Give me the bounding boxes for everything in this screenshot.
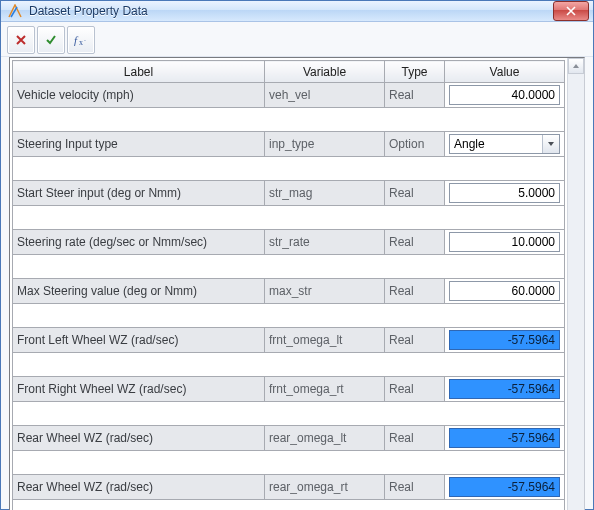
value-input[interactable]: -57.5964 <box>449 379 560 399</box>
label-cell: Steering rate (deg/sec or Nmm/sec) <box>13 230 265 255</box>
variable-cell: str_rate <box>265 230 385 255</box>
label-cell: Rear Wheel WZ (rad/sec) <box>13 475 265 500</box>
dialog-window: Dataset Property Data f x . <box>0 0 594 510</box>
header-label[interactable]: Label <box>13 61 265 83</box>
svg-text:.: . <box>84 35 86 42</box>
value-cell[interactable]: -57.5964 <box>445 328 565 353</box>
label-cell: Front Right Wheel WZ (rad/sec) <box>13 377 265 402</box>
expression-button[interactable]: f x . <box>67 26 95 54</box>
window-title: Dataset Property Data <box>29 4 553 18</box>
value-input[interactable]: 5.0000 <box>449 183 560 203</box>
value-cell[interactable]: 60.0000 <box>445 279 565 304</box>
type-cell: Real <box>385 279 445 304</box>
client-area: Label Variable Type Value Vehicle veloci… <box>1 57 593 510</box>
table-container: Label Variable Type Value Vehicle veloci… <box>9 57 585 510</box>
type-cell: Real <box>385 475 445 500</box>
row-spacer <box>13 353 565 377</box>
scroll-up-button[interactable] <box>568 58 584 74</box>
value-input[interactable]: 60.0000 <box>449 281 560 301</box>
row-spacer <box>13 451 565 475</box>
cancel-button[interactable] <box>7 26 35 54</box>
row-spacer <box>13 206 565 230</box>
header-variable[interactable]: Variable <box>265 61 385 83</box>
app-icon <box>7 3 23 19</box>
row-spacer <box>13 255 565 279</box>
label-cell: Front Left Wheel WZ (rad/sec) <box>13 328 265 353</box>
variable-cell: inp_type <box>265 132 385 157</box>
row-spacer <box>13 157 565 181</box>
type-cell: Real <box>385 426 445 451</box>
toolbar: f x . <box>1 22 593 57</box>
value-cell[interactable]: 10.0000 <box>445 230 565 255</box>
label-cell: Rear Wheel WZ (rad/sec) <box>13 426 265 451</box>
value-input[interactable]: 40.0000 <box>449 85 560 105</box>
variable-cell: str_mag <box>265 181 385 206</box>
apply-button[interactable] <box>37 26 65 54</box>
window-close-button[interactable] <box>553 1 589 21</box>
type-cell: Real <box>385 377 445 402</box>
titlebar: Dataset Property Data <box>1 1 593 22</box>
variable-cell: frnt_omega_rt <box>265 377 385 402</box>
value-input[interactable]: 10.0000 <box>449 232 560 252</box>
value-input[interactable]: -57.5964 <box>449 477 560 497</box>
row-spacer <box>13 402 565 426</box>
vertical-scrollbar[interactable] <box>567 58 584 510</box>
header-type[interactable]: Type <box>385 61 445 83</box>
property-table: Label Variable Type Value Vehicle veloci… <box>12 60 565 510</box>
value-cell[interactable]: -57.5964 <box>445 377 565 402</box>
type-cell: Real <box>385 328 445 353</box>
value-cell[interactable]: -57.5964 <box>445 426 565 451</box>
type-cell: Real <box>385 181 445 206</box>
label-cell: Max Steering value (deg or Nmm) <box>13 279 265 304</box>
row-spacer <box>13 304 565 328</box>
label-cell: Vehicle velocity (mph) <box>13 83 265 108</box>
table-row: Max Steering value (deg or Nmm)max_strRe… <box>13 279 565 304</box>
chevron-down-icon[interactable] <box>542 135 559 153</box>
table-row: Start Steer input (deg or Nmm)str_magRea… <box>13 181 565 206</box>
variable-cell: rear_omega_lt <box>265 426 385 451</box>
type-cell: Option <box>385 132 445 157</box>
value-input[interactable]: -57.5964 <box>449 428 560 448</box>
header-value[interactable]: Value <box>445 61 565 83</box>
svg-text:x: x <box>79 38 83 46</box>
value-cell[interactable]: Angle <box>445 132 565 157</box>
variable-cell: frnt_omega_lt <box>265 328 385 353</box>
table-row: Rear Wheel WZ (rad/sec)rear_omega_ltReal… <box>13 426 565 451</box>
row-spacer <box>13 108 565 132</box>
table-row: Front Left Wheel WZ (rad/sec)frnt_omega_… <box>13 328 565 353</box>
label-cell: Steering Input type <box>13 132 265 157</box>
table-row: Steering Input typeinp_typeOptionAngle <box>13 132 565 157</box>
variable-cell: max_str <box>265 279 385 304</box>
table-row: Front Right Wheel WZ (rad/sec)frnt_omega… <box>13 377 565 402</box>
variable-cell: rear_omega_rt <box>265 475 385 500</box>
type-cell: Real <box>385 83 445 108</box>
value-combo[interactable]: Angle <box>449 134 560 154</box>
type-cell: Real <box>385 230 445 255</box>
value-cell[interactable]: 5.0000 <box>445 181 565 206</box>
variable-cell: veh_vel <box>265 83 385 108</box>
value-cell[interactable]: -57.5964 <box>445 475 565 500</box>
row-spacer <box>13 500 565 511</box>
value-cell[interactable]: 40.0000 <box>445 83 565 108</box>
value-input[interactable]: -57.5964 <box>449 330 560 350</box>
table-row: Vehicle velocity (mph)veh_velReal40.0000 <box>13 83 565 108</box>
table-row: Steering rate (deg/sec or Nmm/sec)str_ra… <box>13 230 565 255</box>
label-cell: Start Steer input (deg or Nmm) <box>13 181 265 206</box>
header-row: Label Variable Type Value <box>13 61 565 83</box>
table-row: Rear Wheel WZ (rad/sec)rear_omega_rtReal… <box>13 475 565 500</box>
